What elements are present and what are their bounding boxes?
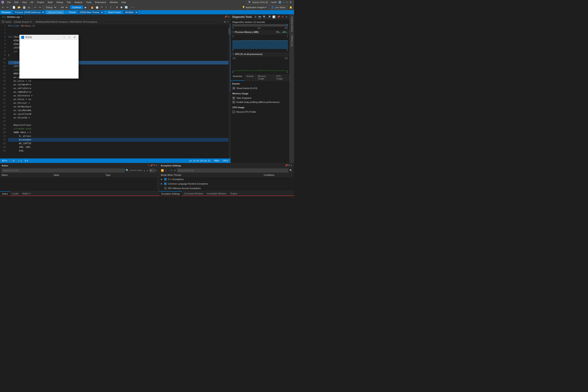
exc-tab-command[interactable]: Command Window <box>182 191 205 196</box>
menu-git[interactable]: Git <box>29 0 35 4</box>
diag-tab-events[interactable]: Events <box>244 74 256 81</box>
diag-camera-btn[interactable]: 📷 <box>258 15 262 19</box>
exc-tab-settings[interactable]: Exception Settings <box>159 191 182 196</box>
exc-expand-gpu[interactable] <box>161 187 163 189</box>
exc-edit-btn[interactable]: ✏ <box>170 169 172 172</box>
exc-add-btn[interactable]: + <box>165 169 166 172</box>
exc-expand-cpp[interactable]: ▶ <box>161 178 163 180</box>
diag-chart-btn[interactable]: 📊 <box>272 15 276 19</box>
show-events-action[interactable]: ⚙ Show Events (0 of 0) <box>232 86 288 90</box>
warning-indicator[interactable]: ⚠ 1 <box>18 160 22 162</box>
exc-check-cpp[interactable] <box>164 178 166 180</box>
restore-button[interactable]: □ <box>286 1 288 4</box>
more-debug-btns[interactable]: ⋯ <box>131 6 135 9</box>
diag-pin-btn[interactable]: 📌 <box>277 15 280 19</box>
menu-file[interactable]: File <box>6 0 12 4</box>
save-btn[interactable]: 💾 <box>22 6 26 9</box>
exc-check-gpu[interactable] <box>164 187 166 190</box>
toolbar-back-btn[interactable]: ↩ <box>1 6 5 9</box>
pin-document-btn[interactable]: 📌 <box>224 16 227 18</box>
diag-tab-summary[interactable]: Summary <box>231 74 244 81</box>
undo-btn[interactable]: ↩ <box>33 6 37 9</box>
depth-down-btn[interactable]: ▼ <box>146 169 148 172</box>
exc-reset-btn[interactable]: ↺ <box>174 169 176 172</box>
stack-selector[interactable]: WinMain <box>124 10 138 14</box>
autos-search-btn[interactable]: 🔍 <box>126 169 129 172</box>
step-in-btn[interactable]: ⤵ <box>104 6 108 9</box>
function-selector[interactable]: WinMain(HINSTANCE hInstance, HINSTANCE h… <box>35 20 226 23</box>
autos-pin-btn[interactable]: 📌 <box>150 164 153 167</box>
autos-float-btn[interactable]: ⇱ <box>153 164 155 167</box>
autos-close-btn[interactable]: ✕ <box>156 164 158 167</box>
autos-tab-locals[interactable]: Locals <box>10 191 20 196</box>
save-all-btn[interactable]: 🗂 <box>27 6 31 9</box>
toolbar-notifications-btn[interactable]: 🔔 <box>288 6 293 9</box>
settings-btn[interactable]: ⚙ <box>228 16 230 18</box>
diag-tab-cpu[interactable]: CPU Usage <box>274 74 290 81</box>
memory-section-header[interactable]: ▼ Process Memory (MB) ▽S... ●Pri... <box>231 30 290 34</box>
menu-analyze[interactable]: Analyze <box>73 0 84 4</box>
close-button[interactable]: ✕ <box>290 1 292 4</box>
menu-view[interactable]: View <box>20 0 28 4</box>
exc-search-input[interactable] <box>177 169 288 172</box>
menu-test[interactable]: Test <box>65 0 72 4</box>
exc-close-btn[interactable]: ✕ <box>290 164 292 167</box>
toolbar-fwd-btn[interactable]: ↪ <box>5 6 10 9</box>
new-file-btn[interactable]: 📄 <box>12 6 16 9</box>
exc-remove-btn[interactable]: − <box>168 169 169 172</box>
live-share-btn[interactable]: 👤 Live Share <box>269 5 287 9</box>
autos-content[interactable] <box>0 177 159 191</box>
exc-float-btn[interactable]: ⇱ <box>288 164 290 167</box>
tab-close-btn[interactable]: ✕ <box>21 16 22 18</box>
exc-tab-output[interactable]: Output <box>228 191 239 196</box>
error-indicator[interactable]: ✕ 0 <box>10 160 14 162</box>
ai-insights-btn[interactable]: 💡 Application Insights ▾ <box>241 6 268 9</box>
menu-help[interactable]: Help <box>120 0 128 4</box>
menu-edit[interactable]: Edit <box>13 0 20 4</box>
step-out-btn[interactable]: ⤴ <box>108 6 113 9</box>
depth-dropdown-btn[interactable]: ▾ <box>156 169 158 172</box>
restart-btn[interactable]: 🔄 <box>124 6 128 9</box>
enable-heap-action[interactable]: 🔧 Enable heap profiling (affects perform… <box>232 100 288 104</box>
exc-filter-btn[interactable]: 🔽 <box>161 169 164 172</box>
editor-tab-winmain[interactable]: C++ WinMain.cpp ✕ <box>0 14 25 20</box>
platform-dropdown[interactable]: x64 <box>58 5 68 10</box>
diag-settings-btn[interactable]: ⚙ <box>254 15 257 19</box>
redo-btn[interactable]: ↪ <box>38 6 42 9</box>
autos-search-input[interactable] <box>2 169 125 172</box>
stop-btn[interactable]: ⏹ <box>120 6 124 9</box>
depth-value-input[interactable] <box>149 169 155 172</box>
take-snapshot-action[interactable]: 📷 Take Snapshot <box>232 96 288 100</box>
record-cpu-action[interactable]: Record CPU Profile <box>232 110 288 114</box>
menu-window[interactable]: Window <box>108 0 119 4</box>
cpu-section-header[interactable]: ▼ CPU (% of all processors) <box>231 52 290 56</box>
search-bar[interactable]: 🔍 Search (Ctrl+Q) <box>246 0 270 4</box>
exc-tab-immediate[interactable]: Immediate Window <box>205 191 228 196</box>
diag-float-btn[interactable]: ⇱ <box>281 15 284 19</box>
diag-search-btn[interactable]: 🔍 <box>262 15 266 19</box>
breadcrumb-project[interactable]: hw3d <box>5 20 10 23</box>
minimize-button[interactable]: ─ <box>283 1 285 4</box>
add-member-btn[interactable]: + <box>227 20 229 23</box>
autos-tab-watch1[interactable]: Watch 1 <box>20 191 33 196</box>
popup-minimize-btn[interactable]: ─ <box>62 36 66 38</box>
start-debug-btn[interactable]: ▶ <box>84 6 88 9</box>
popup-restore-btn[interactable]: □ <box>68 36 71 38</box>
debug-config-dropdown[interactable]: Debug <box>44 5 57 10</box>
scope-selector[interactable]: (Global Scope) <box>13 20 32 23</box>
step-over-btn[interactable]: ↷ <box>100 6 104 9</box>
exc-check-clr[interactable] <box>164 182 166 185</box>
pause-btn[interactable]: ⏸ <box>115 6 119 9</box>
autos-tab-autos[interactable]: Autos <box>0 191 10 196</box>
diag-zoom-btn[interactable]: 🔎 <box>267 15 271 19</box>
menu-build[interactable]: Build <box>46 0 54 4</box>
sidebar-item-solution-explorer[interactable]: Solution Explorer <box>290 15 294 33</box>
diag-tab-memory[interactable]: Memory Usage <box>256 74 274 81</box>
autos-filter-btn[interactable]: ▽ <box>148 164 150 167</box>
lifecycle-btn[interactable]: Lifecycle Events <box>47 11 64 14</box>
sidebar-item-git-changes[interactable]: Git Changes <box>290 34 294 48</box>
exc-expand-clr[interactable]: ▶ <box>161 182 163 185</box>
breakpoint-btn[interactable]: ⬤ <box>95 6 99 9</box>
depth-up-btn[interactable]: ▲ <box>143 169 145 172</box>
popup-close-btn[interactable]: ✕ <box>72 36 77 38</box>
